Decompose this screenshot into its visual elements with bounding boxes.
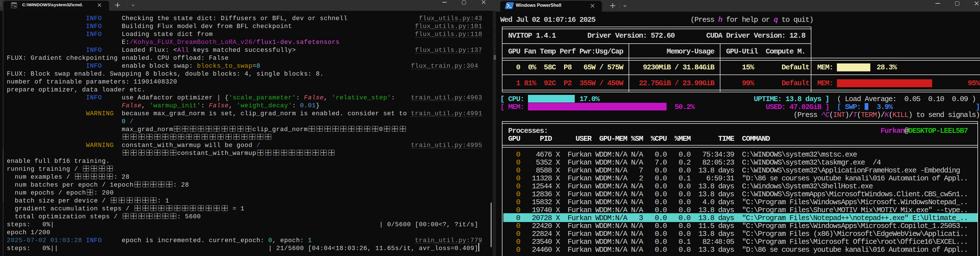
svg-text:C:\: C:\ [12, 4, 16, 6]
